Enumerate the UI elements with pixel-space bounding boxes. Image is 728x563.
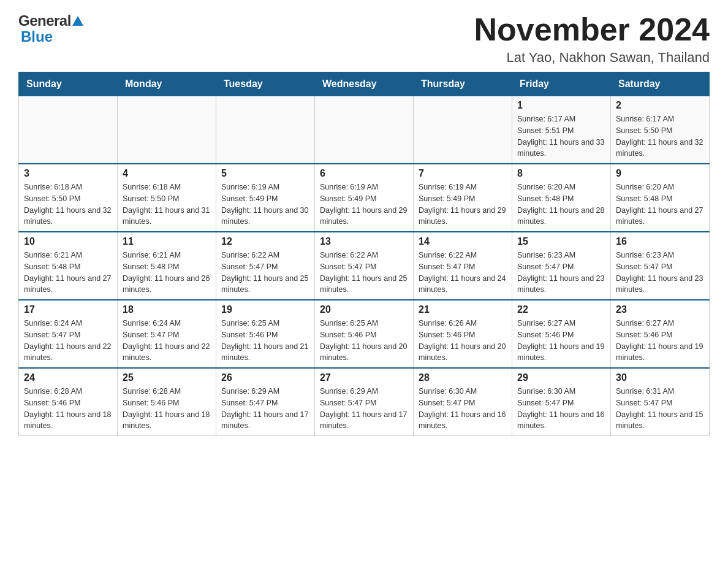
main-title: November 2024 (474, 12, 710, 47)
day-number: 28 (419, 372, 507, 383)
page-header: General Blue November 2024 Lat Yao, Nakh… (18, 12, 710, 66)
day-info: Sunrise: 6:22 AMSunset: 5:47 PMDaylight:… (419, 250, 507, 296)
week-row-1: 1Sunrise: 6:17 AMSunset: 5:51 PMDaylight… (19, 96, 710, 164)
day-info: Sunrise: 6:18 AMSunset: 5:50 PMDaylight:… (123, 182, 211, 228)
day-info: Sunrise: 6:18 AMSunset: 5:50 PMDaylight:… (24, 182, 112, 228)
day-info: Sunrise: 6:24 AMSunset: 5:47 PMDaylight:… (24, 318, 112, 364)
day-number: 20 (320, 304, 408, 315)
day-number: 15 (517, 236, 605, 247)
day-number: 18 (123, 304, 211, 315)
day-info: Sunrise: 6:23 AMSunset: 5:47 PMDaylight:… (517, 250, 605, 296)
calendar-cell-0-5: 1Sunrise: 6:17 AMSunset: 5:51 PMDaylight… (512, 96, 611, 164)
calendar-cell-4-5: 29Sunrise: 6:30 AMSunset: 5:47 PMDayligh… (512, 368, 611, 436)
calendar-cell-4-3: 27Sunrise: 6:29 AMSunset: 5:47 PMDayligh… (315, 368, 414, 436)
calendar-cell-0-0 (19, 96, 118, 164)
subtitle: Lat Yao, Nakhon Sawan, Thailand (474, 50, 710, 66)
day-info: Sunrise: 6:28 AMSunset: 5:46 PMDaylight:… (24, 386, 112, 432)
day-info: Sunrise: 6:29 AMSunset: 5:47 PMDaylight:… (221, 386, 309, 432)
header-saturday: Saturday (611, 72, 710, 96)
calendar-cell-0-2 (216, 96, 315, 164)
calendar-cell-2-4: 14Sunrise: 6:22 AMSunset: 5:47 PMDayligh… (414, 232, 512, 300)
day-number: 29 (517, 372, 605, 383)
day-info: Sunrise: 6:26 AMSunset: 5:46 PMDaylight:… (419, 318, 507, 364)
day-number: 24 (24, 372, 112, 383)
day-info: Sunrise: 6:25 AMSunset: 5:46 PMDaylight:… (221, 318, 309, 364)
calendar-cell-1-4: 7Sunrise: 6:19 AMSunset: 5:49 PMDaylight… (414, 164, 512, 232)
calendar-cell-4-1: 25Sunrise: 6:28 AMSunset: 5:46 PMDayligh… (118, 368, 216, 436)
calendar-cell-4-2: 26Sunrise: 6:29 AMSunset: 5:47 PMDayligh… (216, 368, 315, 436)
calendar-cell-1-3: 6Sunrise: 6:19 AMSunset: 5:49 PMDaylight… (315, 164, 414, 232)
day-info: Sunrise: 6:22 AMSunset: 5:47 PMDaylight:… (320, 250, 408, 296)
header-tuesday: Tuesday (216, 72, 315, 96)
day-number: 7 (419, 168, 507, 179)
day-number: 4 (123, 168, 211, 179)
calendar-cell-1-2: 5Sunrise: 6:19 AMSunset: 5:49 PMDaylight… (216, 164, 315, 232)
calendar-cell-0-1 (118, 96, 216, 164)
day-info: Sunrise: 6:23 AMSunset: 5:47 PMDaylight:… (616, 250, 704, 296)
calendar-cell-3-4: 21Sunrise: 6:26 AMSunset: 5:46 PMDayligh… (414, 300, 512, 368)
day-number: 1 (517, 100, 605, 111)
day-info: Sunrise: 6:31 AMSunset: 5:47 PMDaylight:… (616, 386, 704, 432)
week-row-4: 17Sunrise: 6:24 AMSunset: 5:47 PMDayligh… (19, 300, 710, 368)
day-number: 10 (24, 236, 112, 247)
day-info: Sunrise: 6:30 AMSunset: 5:47 PMDaylight:… (419, 386, 507, 432)
day-number: 6 (320, 168, 408, 179)
day-number: 13 (320, 236, 408, 247)
calendar-cell-3-3: 20Sunrise: 6:25 AMSunset: 5:46 PMDayligh… (315, 300, 414, 368)
calendar-cell-4-4: 28Sunrise: 6:30 AMSunset: 5:47 PMDayligh… (414, 368, 512, 436)
day-number: 26 (221, 372, 309, 383)
day-number: 27 (320, 372, 408, 383)
day-info: Sunrise: 6:27 AMSunset: 5:46 PMDaylight:… (616, 318, 704, 364)
calendar-header-row: SundayMondayTuesdayWednesdayThursdayFrid… (19, 72, 710, 96)
title-section: November 2024 Lat Yao, Nakhon Sawan, Tha… (474, 12, 710, 66)
day-number: 12 (221, 236, 309, 247)
calendar-cell-4-0: 24Sunrise: 6:28 AMSunset: 5:46 PMDayligh… (19, 368, 118, 436)
day-info: Sunrise: 6:21 AMSunset: 5:48 PMDaylight:… (123, 250, 211, 296)
calendar-cell-0-4 (414, 96, 512, 164)
calendar-cell-3-0: 17Sunrise: 6:24 AMSunset: 5:47 PMDayligh… (19, 300, 118, 368)
day-number: 22 (517, 304, 605, 315)
svg-marker-0 (72, 16, 83, 26)
logo-blue-text: Blue (21, 28, 53, 45)
logo: General Blue (18, 12, 83, 45)
day-info: Sunrise: 6:19 AMSunset: 5:49 PMDaylight:… (419, 182, 507, 228)
day-number: 19 (221, 304, 309, 315)
calendar-cell-0-6: 2Sunrise: 6:17 AMSunset: 5:50 PMDaylight… (611, 96, 710, 164)
week-row-3: 10Sunrise: 6:21 AMSunset: 5:48 PMDayligh… (19, 232, 710, 300)
calendar-cell-3-6: 23Sunrise: 6:27 AMSunset: 5:46 PMDayligh… (611, 300, 710, 368)
calendar-cell-2-1: 11Sunrise: 6:21 AMSunset: 5:48 PMDayligh… (118, 232, 216, 300)
day-number: 23 (616, 304, 704, 315)
day-info: Sunrise: 6:22 AMSunset: 5:47 PMDaylight:… (221, 250, 309, 296)
calendar-cell-1-6: 9Sunrise: 6:20 AMSunset: 5:48 PMDaylight… (611, 164, 710, 232)
week-row-5: 24Sunrise: 6:28 AMSunset: 5:46 PMDayligh… (19, 368, 710, 436)
week-row-2: 3Sunrise: 6:18 AMSunset: 5:50 PMDaylight… (19, 164, 710, 232)
day-number: 11 (123, 236, 211, 247)
day-info: Sunrise: 6:19 AMSunset: 5:49 PMDaylight:… (221, 182, 309, 228)
calendar-cell-0-3 (315, 96, 414, 164)
calendar-cell-4-6: 30Sunrise: 6:31 AMSunset: 5:47 PMDayligh… (611, 368, 710, 436)
day-info: Sunrise: 6:17 AMSunset: 5:50 PMDaylight:… (616, 113, 704, 159)
calendar-cell-1-5: 8Sunrise: 6:20 AMSunset: 5:48 PMDaylight… (512, 164, 611, 232)
day-info: Sunrise: 6:21 AMSunset: 5:48 PMDaylight:… (24, 250, 112, 296)
day-number: 3 (24, 168, 112, 179)
day-number: 8 (517, 168, 605, 179)
calendar-cell-2-5: 15Sunrise: 6:23 AMSunset: 5:47 PMDayligh… (512, 232, 611, 300)
day-info: Sunrise: 6:29 AMSunset: 5:47 PMDaylight:… (320, 386, 408, 432)
day-info: Sunrise: 6:17 AMSunset: 5:51 PMDaylight:… (517, 113, 605, 159)
calendar-cell-1-0: 3Sunrise: 6:18 AMSunset: 5:50 PMDaylight… (19, 164, 118, 232)
header-wednesday: Wednesday (315, 72, 414, 96)
day-number: 16 (616, 236, 704, 247)
day-number: 30 (616, 372, 704, 383)
day-info: Sunrise: 6:30 AMSunset: 5:47 PMDaylight:… (517, 386, 605, 432)
calendar-cell-2-2: 12Sunrise: 6:22 AMSunset: 5:47 PMDayligh… (216, 232, 315, 300)
calendar-table: SundayMondayTuesdayWednesdayThursdayFrid… (18, 72, 710, 436)
calendar-cell-1-1: 4Sunrise: 6:18 AMSunset: 5:50 PMDaylight… (118, 164, 216, 232)
calendar-cell-2-3: 13Sunrise: 6:22 AMSunset: 5:47 PMDayligh… (315, 232, 414, 300)
day-number: 14 (419, 236, 507, 247)
day-info: Sunrise: 6:20 AMSunset: 5:48 PMDaylight:… (517, 182, 605, 228)
day-number: 9 (616, 168, 704, 179)
logo-triangle-icon (72, 16, 83, 26)
header-friday: Friday (512, 72, 611, 96)
header-monday: Monday (118, 72, 216, 96)
calendar-cell-2-0: 10Sunrise: 6:21 AMSunset: 5:48 PMDayligh… (19, 232, 118, 300)
